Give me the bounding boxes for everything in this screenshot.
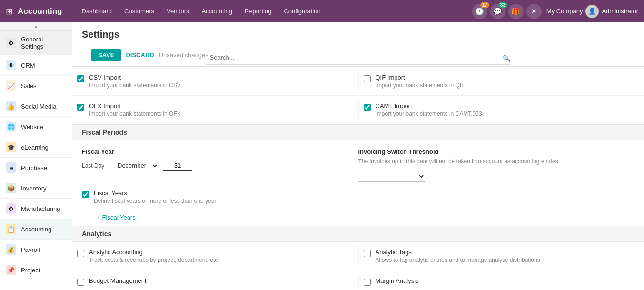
- sidebar-item-inventory[interactable]: 📦 Inventory: [0, 178, 72, 199]
- sidebar-item-label: Project: [21, 267, 40, 274]
- search-input[interactable]: [206, 51, 511, 65]
- nav-accounting[interactable]: Accounting: [196, 0, 238, 22]
- fiscal-periods-content: Fiscal Year Last Day December January Fe…: [72, 140, 644, 190]
- inventory-icon: 📦: [6, 183, 16, 193]
- activity-badge: 17: [480, 2, 489, 8]
- csv-import-desc: Import your bank statements in CSV: [89, 82, 181, 89]
- ofx-camt-row: OFX Import Import your bank statements i…: [72, 96, 644, 124]
- elearning-icon: 🎓: [6, 142, 16, 152]
- avatar[interactable]: 👤: [585, 5, 599, 18]
- invoicing-threshold-title: Invoicing Switch Threshold: [358, 148, 635, 155]
- manufacturing-icon: ⚙: [6, 203, 16, 214]
- analytic-accounting-text: Analytic Accounting Track costs & revenu…: [89, 249, 218, 263]
- csv-import-checkbox[interactable]: [77, 75, 84, 82]
- activity-button[interactable]: 🕐 17: [472, 4, 487, 19]
- fiscal-year-title: Fiscal Year: [82, 148, 358, 155]
- ofx-import-title: OFX Import: [89, 102, 181, 110]
- payroll-icon: 💰: [6, 244, 16, 255]
- sidebar-item-purchase[interactable]: 🖥 Purchase: [0, 158, 72, 178]
- content-area: Settings 🔍 SAVE DISCARD Unsaved changes …: [72, 22, 644, 290]
- analytic-accounting-cell: Analytic Accounting Track costs & revenu…: [72, 247, 358, 265]
- sidebar-item-label: Inventory: [21, 185, 46, 192]
- gift-button[interactable]: 🎁: [508, 4, 524, 19]
- nav-customers[interactable]: Customers: [118, 0, 160, 22]
- top-navigation: ⊞ Accounting Dashboard Customers Vendors…: [0, 0, 644, 22]
- nav-reporting[interactable]: Reporting: [238, 0, 277, 22]
- crm-icon: 👁: [6, 60, 16, 70]
- sales-icon: 📈: [6, 80, 16, 91]
- budget-management-checkbox[interactable]: [77, 279, 84, 286]
- sidebar-item-label: CRM: [21, 62, 35, 69]
- sidebar-item-crm[interactable]: 👁 CRM: [0, 55, 72, 76]
- ofx-import-text: OFX Import Import your bank statements i…: [89, 102, 181, 117]
- sidebar-item-project[interactable]: 📌 Project: [0, 260, 72, 280]
- ofx-import-checkbox[interactable]: [77, 104, 84, 111]
- csv-qif-row: CSV Import Import your bank statements i…: [72, 67, 644, 96]
- company-name[interactable]: My Company: [546, 8, 583, 15]
- camt-import-cell: CAMT Import Import your bank statements …: [358, 100, 644, 119]
- sidebar-item-label: Website: [21, 123, 43, 130]
- sidebar-item-label: Manufacturing: [21, 205, 60, 212]
- search-icon[interactable]: 🔍: [503, 54, 511, 62]
- sidebar-item-sales[interactable]: 📈 Sales: [0, 76, 72, 96]
- nav-configuration[interactable]: Configuration: [277, 0, 327, 22]
- main-menu: Dashboard Customers Vendors Accounting R…: [76, 0, 472, 22]
- invoicing-threshold-desc: The invoices up to this date will not be…: [358, 158, 635, 165]
- search-bar: 🔍: [206, 51, 511, 65]
- sidebar-item-payroll[interactable]: 💰 Payroll: [0, 240, 72, 260]
- analytic-accounting-checkbox[interactable]: [77, 250, 84, 257]
- unsaved-changes-label: Unsaved changes: [159, 51, 208, 59]
- margin-analysis-checkbox[interactable]: [364, 279, 371, 286]
- messages-badge: 33: [498, 2, 507, 8]
- sidebar-item-elearning[interactable]: 🎓 eLearning: [0, 137, 72, 158]
- user-name[interactable]: Administrator: [602, 8, 638, 15]
- fiscal-day-input[interactable]: [163, 160, 192, 171]
- sidebar-item-manufacturing[interactable]: ⚙ Manufacturing: [0, 199, 72, 219]
- website-icon: 🌐: [6, 121, 16, 132]
- qif-import-cell: QIF Import Import your bank statements i…: [358, 72, 644, 90]
- month-select[interactable]: December January February March April Ma…: [113, 160, 159, 171]
- fiscal-years-desc: Define fiscal years of more or less than…: [94, 198, 216, 204]
- camt-import-text: CAMT Import Import your bank statements …: [376, 102, 482, 117]
- nav-dashboard[interactable]: Dashboard: [76, 0, 119, 22]
- camt-import-desc: Import your bank statements in CAMT.053: [376, 110, 482, 117]
- sidebar-item-label: Accounting: [21, 226, 51, 233]
- analytic-tags-checkbox[interactable]: [364, 250, 371, 257]
- fiscal-right-panel: Invoicing Switch Threshold The invoices …: [358, 148, 635, 182]
- sidebar-item-website[interactable]: 🌐 Website: [0, 117, 72, 137]
- fiscal-years-row: Fiscal Years Define fiscal years of more…: [72, 190, 644, 211]
- ofx-import-desc: Import your bank statements in OFX: [89, 110, 181, 117]
- csv-import-text: CSV Import Import your bank statements i…: [89, 74, 181, 89]
- fiscal-periods-heading: Fiscal Periods: [72, 124, 644, 140]
- fiscal-years-checkbox[interactable]: [82, 191, 89, 198]
- main-layout: ▲ ⚙ General Settings 👁 CRM 📈 Sales 👍 Soc…: [0, 22, 644, 290]
- sidebar-item-social-media[interactable]: 👍 Social Media: [0, 96, 72, 117]
- fiscal-lastday-row: Last Day December January February March…: [82, 160, 358, 171]
- nav-right-actions: 🕐 17 💬 33 🎁 ✕ My Company 👤 Administrator: [472, 4, 638, 19]
- invoicing-threshold-select[interactable]: [358, 170, 425, 182]
- messages-button[interactable]: 💬 33: [490, 4, 505, 19]
- analytic-accounting-title: Analytic Accounting: [89, 249, 218, 256]
- sidebar-item-general-settings[interactable]: ⚙ General Settings: [0, 31, 72, 55]
- sidebar-item-accounting[interactable]: 📋 Accounting: [0, 219, 72, 240]
- analytic-tags-text: Analytic Tags Allows to tag analytic ent…: [376, 249, 540, 263]
- sidebar-item-label: Sales: [21, 82, 37, 90]
- budget-management-text: Budget Management: [89, 277, 147, 284]
- close-button[interactable]: ✕: [526, 4, 542, 19]
- ofx-import-cell: OFX Import Import your bank statements i…: [72, 100, 358, 119]
- camt-import-checkbox[interactable]: [364, 104, 371, 111]
- save-button[interactable]: SAVE: [91, 49, 121, 61]
- sidebar-item-label: Payroll: [21, 246, 40, 253]
- qif-import-desc: Import your bank statements in QIF: [376, 82, 465, 89]
- sidebar: ▲ ⚙ General Settings 👁 CRM 📈 Sales 👍 Soc…: [0, 22, 72, 290]
- sidebar-item-label: Social Media: [21, 103, 56, 110]
- csv-import-cell: CSV Import Import your bank statements i…: [72, 72, 358, 90]
- apps-grid-icon[interactable]: ⊞: [6, 6, 13, 17]
- analytic-accounting-row: Analytic Accounting Track costs & revenu…: [72, 242, 644, 270]
- discard-button[interactable]: DISCARD: [126, 51, 154, 59]
- sidebar-scroll-up[interactable]: ▲: [0, 22, 72, 31]
- nav-vendors[interactable]: Vendors: [160, 0, 196, 22]
- qif-import-checkbox[interactable]: [364, 75, 371, 82]
- analytic-tags-title: Analytic Tags: [376, 249, 540, 256]
- fiscal-years-link[interactable]: → Fiscal Years: [94, 214, 634, 221]
